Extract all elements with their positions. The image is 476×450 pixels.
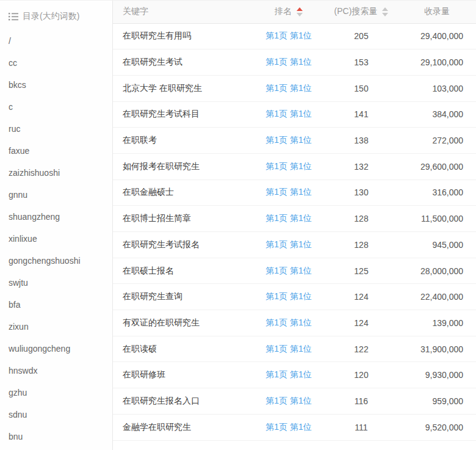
rank-link[interactable]: 第1页 第1位 [265, 161, 311, 171]
keyword-cell: 在职研究生考试报名 [113, 232, 252, 258]
indexed-volume-cell: 103,000 [397, 75, 476, 101]
table-body: 在职研究生有用吗 第1页 第1位 205 29,400,000 在职研究生考试 … [113, 23, 476, 440]
pc-search-volume-cell: 153 [325, 49, 397, 76]
sort-desc-icon [297, 13, 303, 16]
keyword-cell: 北京大学 在职研究生 [113, 75, 252, 101]
sidebar-item-directory[interactable]: swjtu [9, 272, 112, 294]
sidebar-item-directory[interactable]: xinlixue [9, 228, 112, 250]
indexed-volume-cell: 11,500,000 [397, 206, 476, 232]
indexed-volume-cell: 139,000 [397, 310, 476, 336]
rank-link[interactable]: 第1页 第1位 [265, 57, 311, 67]
rank-cell: 第1页 第1位 [252, 101, 325, 128]
indexed-volume-cell: 9,520,000 [397, 414, 476, 440]
indexed-volume-cell: 29,100,000 [397, 49, 476, 76]
table-row: 在职研究生考试 第1页 第1位 153 29,100,000 [113, 49, 476, 76]
rank-link[interactable]: 第1页 第1位 [265, 239, 311, 249]
rank-link[interactable]: 第1页 第1位 [265, 344, 311, 354]
rank-cell: 第1页 第1位 [252, 128, 325, 154]
indexed-volume-cell: 959,000 [397, 388, 476, 415]
indexed-volume-cell: 945,000 [397, 232, 476, 258]
indexed-volume-cell: 29,600,000 [397, 153, 476, 180]
rank-link[interactable]: 第1页 第1位 [265, 266, 311, 275]
sidebar-item-directory[interactable]: gnnu [9, 184, 112, 206]
rank-link[interactable]: 第1页 第1位 [265, 318, 311, 327]
rank-link[interactable]: 第1页 第1位 [265, 369, 311, 379]
keyword-cell: 在职联考 [113, 128, 252, 154]
pc-search-volume-cell: 138 [325, 128, 397, 154]
sort-control-rank[interactable] [297, 7, 303, 16]
indexed-volume-cell: 9,930,000 [397, 362, 476, 388]
pc-search-volume-cell: 130 [325, 180, 397, 206]
keyword-cell: 有双证的在职研究生 [113, 310, 252, 336]
sidebar-item-directory[interactable]: ruc [9, 118, 112, 140]
rank-link[interactable]: 第1页 第1位 [265, 31, 311, 40]
sidebar-header: 目录(大约词数) [9, 9, 112, 24]
table-row: 在职联考 第1页 第1位 138 272,000 [113, 128, 476, 154]
rank-link[interactable]: 第1页 第1位 [265, 109, 311, 118]
table-row: 有双证的在职研究生 第1页 第1位 124 139,000 [113, 310, 476, 336]
keyword-cell: 在职研究生有用吗 [113, 23, 252, 49]
sidebar-item-directory[interactable]: faxue [9, 140, 112, 162]
column-header-rank[interactable]: 排名 [252, 1, 325, 23]
sidebar-item-directory[interactable]: gongchengshuoshi [9, 250, 112, 272]
sort-control-pc-search-volume[interactable] [382, 7, 388, 16]
pc-search-volume-cell: 132 [325, 153, 397, 180]
keyword-table: 关键字 排名 (PC)搜索量 收录量 在职研究生有用吗 第1页 第1位 205 [113, 1, 476, 441]
sidebar-item-directory[interactable]: zaizhishuoshi [9, 162, 112, 184]
rank-link[interactable]: 第1页 第1位 [265, 187, 311, 197]
column-header-pc-search-volume[interactable]: (PC)搜索量 [325, 1, 397, 23]
rank-link[interactable]: 第1页 第1位 [265, 396, 311, 405]
indexed-volume-cell: 22,400,000 [397, 284, 476, 310]
table-row: 北京大学 在职研究生 第1页 第1位 150 103,000 [113, 75, 476, 101]
keyword-table-panel: 关键字 排名 (PC)搜索量 收录量 在职研究生有用吗 第1页 第1位 205 [112, 1, 476, 450]
keyword-cell: 金融学在职研究生 [113, 414, 252, 440]
rank-cell: 第1页 第1位 [252, 362, 325, 388]
sidebar-item-directory[interactable]: shuangzheng [9, 206, 112, 228]
sidebar-item-directory[interactable]: gzhu [9, 382, 112, 404]
directory-sidebar: 目录(大约词数) / cc bkcs c ruc faxue zaizhishu… [0, 1, 112, 450]
sidebar-item-directory[interactable]: cc [9, 52, 112, 74]
sidebar-item-directory[interactable]: zixun [9, 316, 112, 338]
pc-search-volume-cell: 150 [325, 75, 397, 101]
rank-cell: 第1页 第1位 [252, 336, 325, 362]
pc-search-volume-cell: 116 [325, 388, 397, 415]
pc-search-volume-cell: 141 [325, 101, 397, 128]
sidebar-item-directory[interactable]: sdnu [9, 404, 112, 426]
rank-cell: 第1页 第1位 [252, 284, 325, 310]
rank-link[interactable]: 第1页 第1位 [265, 213, 311, 223]
pc-search-volume-cell: 128 [325, 232, 397, 258]
table-row: 在职研究生考试科目 第1页 第1位 141 384,000 [113, 101, 476, 128]
keyword-cell: 在职研究生考试 [113, 49, 252, 76]
rank-cell: 第1页 第1位 [252, 258, 325, 284]
sidebar-item-directory[interactable]: bkcs [9, 74, 112, 96]
rank-link[interactable]: 第1页 第1位 [265, 83, 311, 93]
keyword-cell: 在职博士招生简章 [113, 206, 252, 232]
column-header-rank-label: 排名 [275, 6, 292, 16]
keyword-cell: 在职金融硕士 [113, 180, 252, 206]
keyword-cell: 在职研究生考试科目 [113, 101, 252, 128]
pc-search-volume-cell: 128 [325, 206, 397, 232]
sidebar-item-directory[interactable]: bnu [9, 426, 112, 448]
table-row: 在职硕士报名 第1页 第1位 125 28,000,000 [113, 258, 476, 284]
rank-link[interactable]: 第1页 第1位 [265, 135, 311, 145]
rank-cell: 第1页 第1位 [252, 388, 325, 415]
sidebar-item-directory[interactable]: hnswdx [9, 360, 112, 382]
indexed-volume-cell: 384,000 [397, 101, 476, 128]
sidebar-item-directory[interactable]: wuliugongcheng [9, 338, 112, 360]
rank-link[interactable]: 第1页 第1位 [265, 422, 311, 432]
table-row: 在职研究生报名入口 第1页 第1位 116 959,000 [113, 388, 476, 415]
table-row: 在职研究生考试报名 第1页 第1位 128 945,000 [113, 232, 476, 258]
table-row: 在职研修班 第1页 第1位 120 9,930,000 [113, 362, 476, 388]
table-row: 在职读硕 第1页 第1位 122 31,900,000 [113, 336, 476, 362]
keyword-cell: 在职读硕 [113, 336, 252, 362]
sidebar-item-directory[interactable]: c [9, 96, 112, 118]
sidebar-item-directory[interactable]: bfa [9, 294, 112, 316]
indexed-volume-cell: 31,900,000 [397, 336, 476, 362]
rank-cell: 第1页 第1位 [252, 310, 325, 336]
rank-link[interactable]: 第1页 第1位 [265, 291, 311, 301]
directory-list: / cc bkcs c ruc faxue zaizhishuoshi gnnu… [9, 30, 112, 448]
indexed-volume-cell: 316,000 [397, 180, 476, 206]
sidebar-item-directory[interactable]: / [9, 30, 112, 52]
rank-cell: 第1页 第1位 [252, 232, 325, 258]
column-header-keyword: 关键字 [113, 1, 252, 23]
